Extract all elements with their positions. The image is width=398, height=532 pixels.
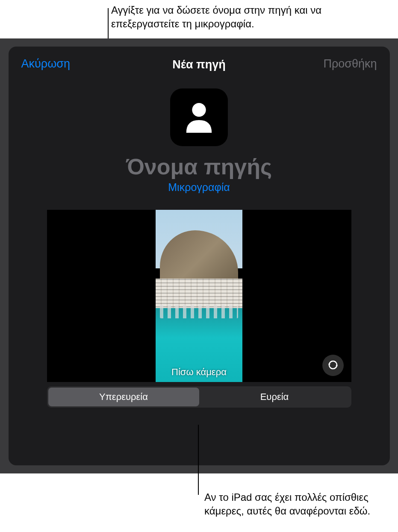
modal-header: Ακύρωση Νέα πηγή Προσθήκη xyxy=(9,47,390,71)
segment-ultrawide[interactable]: Υπερευρεία xyxy=(48,388,199,406)
modal-title: Νέα πηγή xyxy=(172,58,225,71)
new-source-modal: Ακύρωση Νέα πηγή Προσθήκη Μικρογραφία Πί… xyxy=(9,47,390,465)
segment-wide[interactable]: Ευρεία xyxy=(199,388,350,406)
cancel-button[interactable]: Ακύρωση xyxy=(21,57,70,71)
person-icon xyxy=(181,98,217,136)
callout-top-text: Αγγίξτε για να δώσετε όνομα στην πηγή κα… xyxy=(111,3,351,31)
source-avatar[interactable] xyxy=(170,88,228,146)
camera-label: Πίσω κάμερα xyxy=(171,367,227,378)
lens-segmented-control[interactable]: Υπερευρεία Ευρεία xyxy=(47,386,351,408)
callout-leader-line xyxy=(198,425,199,495)
camera-preview: Πίσω κάμερα xyxy=(47,210,351,382)
add-button[interactable]: Προσθήκη xyxy=(323,57,377,71)
callout-bottom-text: Αν το iPad σας έχει πολλές οπίσθιες κάμε… xyxy=(204,491,375,518)
svg-point-0 xyxy=(192,103,206,117)
edit-thumbnail-button[interactable]: Μικρογραφία xyxy=(9,181,390,194)
camera-flip-icon xyxy=(327,359,339,373)
source-name-input[interactable] xyxy=(9,154,390,179)
camera-preview-image: Πίσω κάμερα xyxy=(156,210,242,382)
device-background: Ακύρωση Νέα πηγή Προσθήκη Μικρογραφία Πί… xyxy=(0,38,398,473)
flip-camera-button[interactable] xyxy=(322,355,344,376)
